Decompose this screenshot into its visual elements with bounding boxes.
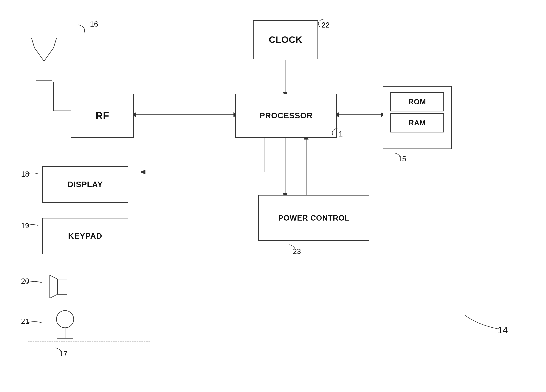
- ram-block: RAM: [390, 113, 444, 133]
- clock-block: CLOCK: [253, 20, 318, 59]
- power-control-block: POWER CONTROL: [258, 195, 369, 241]
- svg-line-19: [44, 48, 54, 61]
- keypad-block: KEYPAD: [42, 218, 128, 254]
- display-block: DISPLAY: [42, 166, 128, 202]
- svg-line-20: [32, 38, 34, 48]
- microphone-icon: [50, 308, 80, 346]
- svg-line-25: [50, 294, 57, 298]
- svg-line-24: [50, 275, 57, 279]
- ref-rf: 16: [90, 20, 98, 28]
- antenna-icon: [31, 32, 57, 82]
- svg-line-18: [34, 48, 44, 61]
- svg-line-21: [54, 38, 57, 48]
- svg-rect-23: [57, 279, 67, 294]
- rf-block: RF: [71, 94, 134, 138]
- memory-group-block: ROM RAM: [383, 86, 452, 149]
- speaker-icon: [46, 268, 84, 306]
- processor-block: PROCESSOR: [235, 94, 337, 138]
- rom-block: ROM: [390, 92, 444, 111]
- svg-point-28: [57, 310, 74, 328]
- diagram-container: CLOCK 22 PROCESSOR 1 RF 16: [0, 0, 546, 392]
